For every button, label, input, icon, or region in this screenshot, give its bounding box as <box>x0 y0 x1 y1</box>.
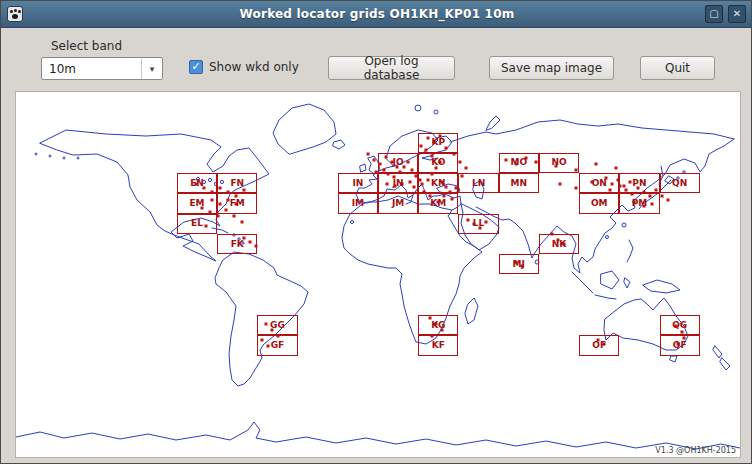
grid-box-NO: NO <box>539 153 579 173</box>
grid-box-QN: QN <box>660 173 700 193</box>
grid-box-KF: KF <box>418 335 458 355</box>
grid-label: EN <box>190 179 204 188</box>
world-map-coastlines <box>16 92 740 457</box>
show-wkd-only-row: ✓ Show wkd only <box>189 60 299 74</box>
chevron-down-icon: ▾ <box>141 58 162 79</box>
grid-box-ON: ON <box>579 173 619 193</box>
grid-label: GG <box>270 321 285 330</box>
grid-label: EL <box>191 219 203 228</box>
select-band-label: Select band <box>51 39 122 53</box>
grid-box-OF: OF <box>579 335 619 355</box>
band-select-dropdown[interactable]: 10m ▾ <box>41 57 163 80</box>
worked-square-dot <box>615 167 618 170</box>
grid-label: KG <box>431 321 445 330</box>
app-window: Worked locator grids OH1KH_KP01 10m ▢ ✕ … <box>0 0 752 464</box>
grid-box-PN: PN <box>619 173 659 193</box>
grid-label: FN <box>230 179 244 188</box>
grid-label: LN <box>472 179 485 188</box>
grid-label: ON <box>592 179 607 188</box>
grid-box-OM: OM <box>579 193 619 213</box>
grid-box-KP: KP <box>418 133 458 153</box>
map-panel: V1.3 @OH1KH-2015 KPKOJOMONOINJNKNLNMNONP… <box>15 91 741 458</box>
grid-label: KM <box>430 199 446 208</box>
grid-box-FK: FK <box>217 234 257 254</box>
worked-square-dot <box>367 153 370 156</box>
grid-box-NK: NK <box>539 234 579 254</box>
grid-label: JN <box>393 179 404 188</box>
close-button[interactable]: ✕ <box>728 5 746 23</box>
grid-label: EM <box>189 199 204 208</box>
grid-box-GG: GG <box>257 315 297 335</box>
grid-label: IM <box>352 199 364 208</box>
worked-square-dot <box>559 183 562 186</box>
grid-box-IM: IM <box>338 193 378 213</box>
window-title: Worked locator grids OH1KH_KP01 10m <box>1 7 752 21</box>
grid-label: FK <box>231 240 244 249</box>
worked-square-dot <box>465 167 468 170</box>
version-label: V1.3 @OH1KH-2015 <box>655 446 736 455</box>
grid-box-JO: JO <box>378 153 418 173</box>
grid-label: GF <box>271 341 285 350</box>
worked-square-dot <box>595 163 598 166</box>
show-wkd-only-label: Show wkd only <box>209 60 299 74</box>
maximize-button[interactable]: ▢ <box>705 5 723 23</box>
grid-label: OF <box>592 341 606 350</box>
grid-label: PM <box>632 199 648 208</box>
grid-box-EM: EM <box>177 193 217 213</box>
band-select-value: 10m <box>42 62 141 76</box>
grid-label: QN <box>672 179 687 188</box>
grid-label: PN <box>632 179 646 188</box>
grid-box-KM: KM <box>418 193 458 213</box>
grid-box-FN: FN <box>217 173 257 193</box>
grid-label: MO <box>510 158 527 167</box>
worked-square-dot <box>373 159 376 162</box>
grid-label: FM <box>230 199 245 208</box>
worked-square-dot <box>241 221 244 224</box>
close-icon: ✕ <box>733 8 741 19</box>
grid-label: KO <box>431 158 445 167</box>
grid-label: NK <box>552 240 567 249</box>
grid-box-MN: MN <box>499 173 539 193</box>
grid-label: IN <box>352 179 363 188</box>
grid-box-QF: QF <box>660 335 700 355</box>
grid-box-JN: JN <box>378 173 418 193</box>
grid-label: LL <box>473 219 484 228</box>
grid-label: NO <box>551 158 566 167</box>
quit-button[interactable]: Quit <box>640 56 715 80</box>
worked-square-dot <box>233 215 236 218</box>
checkmark-icon: ✓ <box>191 60 200 73</box>
grid-box-EL: EL <box>177 214 217 234</box>
grid-label: QG <box>672 321 687 330</box>
worked-square-dot <box>667 199 670 202</box>
grid-box-KO: KO <box>418 153 458 173</box>
grid-box-KN: KN <box>418 173 458 193</box>
grid-box-IN: IN <box>338 173 378 193</box>
grid-label: QF <box>673 341 687 350</box>
show-wkd-only-checkbox[interactable]: ✓ <box>189 60 203 74</box>
grid-label: MJ <box>513 260 525 269</box>
grid-box-MJ: MJ <box>499 254 539 274</box>
grid-label: JM <box>392 199 404 208</box>
maximize-icon: ▢ <box>709 8 718 19</box>
grid-label: OM <box>591 199 608 208</box>
worked-square-dot <box>459 161 462 164</box>
grid-box-LL: LL <box>458 214 498 234</box>
save-map-image-button[interactable]: Save map image <box>489 56 614 80</box>
grid-label: KN <box>431 179 446 188</box>
grid-box-GF: GF <box>257 335 297 355</box>
grid-box-JM: JM <box>378 193 418 213</box>
grid-box-EN: EN <box>177 173 217 193</box>
titlebar[interactable]: Worked locator grids OH1KH_KP01 10m ▢ ✕ <box>1 1 752 28</box>
grid-label: MN <box>511 179 528 188</box>
worked-square-dot <box>575 187 578 190</box>
grid-box-PM: PM <box>619 193 659 213</box>
grid-box-QG: QG <box>660 315 700 335</box>
open-log-database-button[interactable]: Open log database <box>328 56 455 80</box>
worked-square-dot <box>661 195 664 198</box>
grid-label: JO <box>393 158 404 167</box>
grid-box-MO: MO <box>499 153 539 173</box>
grid-box-LN: LN <box>458 173 498 193</box>
grid-label: KP <box>432 138 446 147</box>
grid-box-FM: FM <box>217 193 257 213</box>
grid-box-KG: KG <box>418 315 458 335</box>
